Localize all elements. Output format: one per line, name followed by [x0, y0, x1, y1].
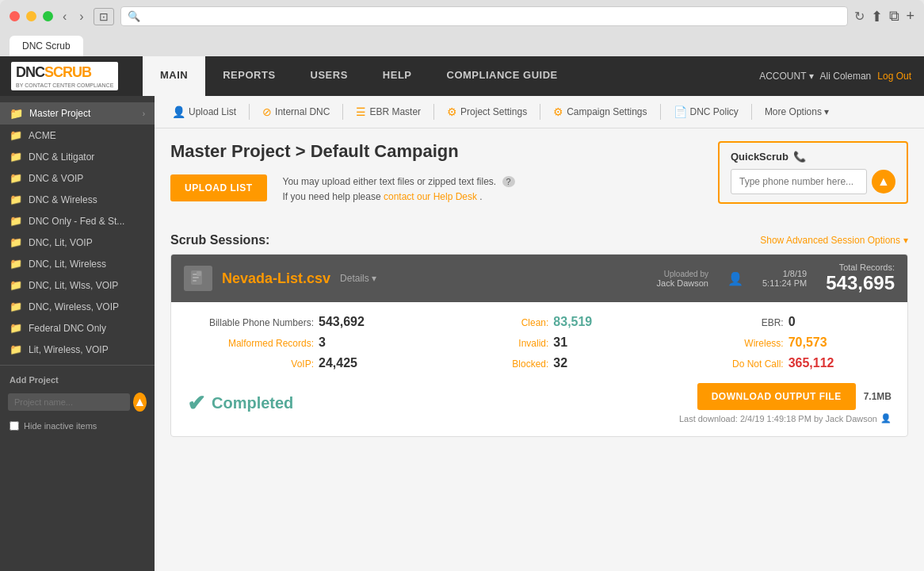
address-bar[interactable]: 🔍 [120, 6, 849, 26]
dnc-policy-button[interactable]: 📄 DNC Policy [669, 102, 743, 121]
upload-list-toolbar-button[interactable]: 👤 Upload List [167, 102, 241, 121]
download-row: DOWNLOAD OUTPUT FILE 7.1MB [697, 383, 892, 410]
folder-icon: 📁 [10, 258, 22, 270]
nav-tab-main[interactable]: MAIN [143, 56, 205, 96]
uploaded-by-label: Uploaded by [664, 270, 708, 278]
folder-icon: 📁 [10, 129, 22, 141]
hide-inactive-label: Hide inactive items [24, 421, 97, 431]
show-advanced-label: Show Advanced Session Options [760, 235, 900, 246]
more-options-button[interactable]: More Options ▾ [760, 103, 834, 121]
folder-icon: 📁 [10, 151, 22, 163]
folder-icon: 📁 [10, 107, 23, 120]
back-button[interactable]: ‹ [59, 8, 70, 25]
session-header: Nevada-List.csv Details ▾ Uploaded by Ja… [171, 255, 907, 302]
upload-hint-line2: If you need help please [283, 191, 381, 202]
nav-tab-users[interactable]: USERS [293, 56, 365, 96]
nav-tabs: MAIN REPORTS USERS HELP COMPLIANCE GUIDE [143, 56, 575, 96]
forward-button[interactable]: › [76, 8, 86, 25]
toolbar-upload-label: Upload List [189, 106, 236, 117]
sidebar-item-lit-wireless-voip[interactable]: 📁 Lit, Wireless, VOIP [0, 339, 155, 360]
view-button[interactable]: ⊡ [94, 8, 114, 25]
browser-tab[interactable]: DNC Scrub [10, 36, 83, 56]
close-dot[interactable] [10, 11, 20, 21]
do-not-call-label: Do Not Call: [657, 358, 784, 370]
project-settings-button[interactable]: ⚙ Project Settings [442, 102, 532, 121]
sidebar-item-dnc-lit-wireless[interactable]: 📁 DNC, Lit, Wireless [0, 253, 155, 274]
sidebar-item-federal-dnc[interactable]: 📁 Federal DNC Only [0, 317, 155, 339]
help-desk-link[interactable]: contact our Help Desk [384, 191, 477, 202]
sidebar-item-dnc-fed-st[interactable]: 📁 DNC Only - Fed & St... [0, 210, 155, 232]
sidebar-item-dnc-wireless[interactable]: 📁 DNC & Wireless [0, 189, 155, 210]
account-menu[interactable]: ACCOUNT ▾ [759, 71, 813, 82]
last-download-text: Last download: 2/4/19 1:49:18 PM by Jack… [679, 414, 877, 423]
sidebar-item-dnc-lit-wlss-voip[interactable]: 📁 DNC, Lit, Wlss, VOIP [0, 274, 155, 296]
blocked-value: 32 [553, 356, 567, 370]
sidebar-item-label: Master Project [29, 108, 136, 119]
session-bottom: ✔ Completed DOWNLOAD OUTPUT FILE 7.1MB [187, 383, 892, 423]
phone-icon: 📞 [793, 151, 806, 163]
download-output-file-button[interactable]: DOWNLOAD OUTPUT FILE [697, 383, 856, 410]
session-filename: Nevada-List.csv [222, 270, 330, 287]
share-button[interactable]: ⬆ [871, 8, 883, 25]
sidebar-item-label: DNC & Litigator [29, 151, 145, 163]
refresh-icon[interactable]: ↻ [854, 9, 865, 24]
add-project-button[interactable]: ▲ [133, 393, 147, 412]
sessions-section: Scrub Sessions: Show Advanced Session Op… [170, 233, 908, 437]
sidebar-item-label: DNC, Wireless, VOIP [29, 301, 145, 312]
campaign-icon: ⚙ [553, 105, 563, 118]
quickscrub-input[interactable] [731, 169, 867, 194]
sidebar-item-dnc-litigator[interactable]: 📁 DNC & Litigator [0, 146, 155, 167]
help-question-icon[interactable]: ? [502, 176, 515, 187]
stat-voip: VoIP: 24,425 [187, 356, 422, 370]
quickscrub-submit-button[interactable]: ▲ [872, 170, 895, 194]
malformed-value: 3 [319, 335, 326, 350]
top-navigation: DNCSCRUB BY CONTACT CENTER COMPLIANCE MA… [0, 56, 924, 96]
campaign-settings-button[interactable]: ⚙ Campaign Settings [548, 102, 651, 121]
sidebar-item-dnc-voip[interactable]: 📁 DNC & VOIP [0, 167, 155, 189]
nav-tab-help[interactable]: HELP [365, 56, 430, 96]
logout-button[interactable]: Log Out [877, 71, 911, 82]
session-details-link[interactable]: Details ▾ [340, 273, 376, 284]
wireless-label: Wireless: [657, 338, 784, 349]
nav-tab-reports[interactable]: REPORTS [205, 56, 292, 96]
maximize-dot[interactable] [43, 11, 53, 21]
chevron-down-icon: ▾ [903, 235, 908, 246]
ebr-value: 0 [788, 315, 796, 329]
ebr-master-button[interactable]: ☰ EBR Master [351, 102, 426, 121]
sidebar-item-label: ACME [29, 130, 145, 141]
toolbar-separator [751, 104, 752, 120]
nav-tab-compliance[interactable]: COMPLIANCE GUIDE [430, 56, 575, 96]
session-card: Nevada-List.csv Details ▾ Uploaded by Ja… [170, 254, 908, 437]
hide-inactive-checkbox[interactable] [10, 421, 19, 431]
toolbar: 👤 Upload List ⊘ Internal DNC ☰ EBR Maste… [155, 96, 924, 128]
sidebar-item-acme[interactable]: 📁 ACME [0, 125, 155, 146]
minimize-dot[interactable] [26, 11, 36, 21]
project-name-input[interactable] [8, 393, 130, 411]
nav-right: ACCOUNT ▾ Ali Coleman Log Out [759, 56, 924, 96]
show-advanced-button[interactable]: Show Advanced Session Options ▾ [760, 235, 908, 246]
svg-rect-3 [193, 280, 197, 282]
sidebar-item-dnc-wireless-voip[interactable]: 📁 DNC, Wireless, VOIP [0, 296, 155, 317]
toolbar-separator [660, 104, 661, 120]
internal-dnc-button[interactable]: ⊘ Internal DNC [258, 102, 334, 121]
sidebar-item-dnc-lit-voip[interactable]: 📁 DNC, Lit, VOIP [0, 232, 155, 253]
total-records-label: Total Records: [839, 263, 895, 272]
toolbar-separator [342, 104, 343, 120]
session-stats: Billable Phone Numbers: 543,692 Clean: 8… [187, 315, 892, 370]
ebr-label: EBR: [657, 317, 784, 328]
user-icon: 👤 [727, 271, 743, 286]
file-icon [184, 266, 212, 291]
tabs-button[interactable]: ⧉ [889, 8, 899, 25]
stat-wireless: Wireless: 70,573 [657, 335, 892, 350]
session-body: Billable Phone Numbers: 543,692 Clean: 8… [171, 302, 907, 436]
sidebar-item-master-project[interactable]: 📁 Master Project › [0, 102, 155, 125]
upload-list-button[interactable]: UPLOAD LIST [170, 174, 267, 201]
new-tab-button[interactable]: + [906, 8, 914, 25]
voip-label: VoIP: [187, 358, 314, 370]
uploaded-by-info: Uploaded by Jack Dawson [657, 270, 708, 288]
toolbar-dnc-policy-label: DNC Policy [690, 106, 739, 117]
dnc-icon: ⊘ [262, 105, 272, 118]
folder-icon: 📁 [10, 279, 22, 291]
search-icon: 🔍 [128, 10, 140, 22]
sidebar-item-label: DNC & VOIP [29, 173, 145, 184]
